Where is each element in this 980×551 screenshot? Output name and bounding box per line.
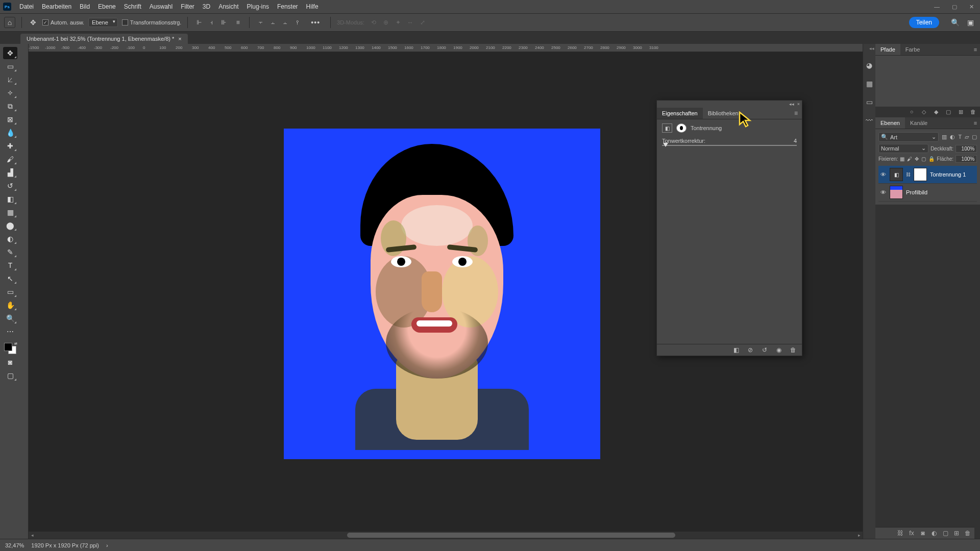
layers-panel-menu-icon[interactable]: ≡ bbox=[971, 120, 980, 126]
menu-plugins[interactable]: Plug-ins bbox=[243, 1, 273, 12]
brush-tool[interactable]: 🖌 bbox=[3, 153, 17, 165]
search-icon[interactable]: 🔍 bbox=[949, 17, 961, 28]
delete-path-icon[interactable]: 🗑 bbox=[969, 109, 977, 115]
lock-artboard-icon[interactable]: ▢ bbox=[921, 156, 926, 162]
close-tab-icon[interactable]: × bbox=[178, 36, 181, 42]
menu-datei[interactable]: Datei bbox=[15, 1, 38, 12]
document-tab[interactable]: Unbenannt-1 bei 32,5% (Tontrennung 1, Eb… bbox=[20, 34, 188, 44]
reset-icon[interactable]: ↺ bbox=[760, 346, 769, 354]
fill-path-icon[interactable]: ○ bbox=[908, 109, 916, 115]
mask-path-icon[interactable]: ▢ bbox=[944, 109, 952, 115]
blur-tool[interactable]: ⬤ bbox=[3, 219, 17, 232]
menu-3d[interactable]: 3D bbox=[199, 1, 214, 12]
frame-tool[interactable]: ⊠ bbox=[3, 113, 17, 126]
lock-all-icon[interactable]: 🔒 bbox=[928, 156, 935, 162]
screenmode-tool[interactable]: ▢ bbox=[3, 369, 17, 382]
crop-tool[interactable]: ⧉ bbox=[3, 100, 17, 112]
share-button[interactable]: Teilen bbox=[909, 17, 939, 28]
shape-tool[interactable]: ▭ bbox=[3, 286, 17, 298]
tab-kanaele[interactable]: Kanäle bbox=[905, 117, 933, 129]
distribute-v-icon[interactable]: ⫯ bbox=[292, 17, 303, 28]
visibility-toggle-icon[interactable]: 👁 bbox=[879, 189, 887, 195]
hand-tool[interactable]: ✋ bbox=[3, 299, 17, 311]
layer-dropdown[interactable]: Ebene bbox=[88, 18, 118, 27]
filter-shape-icon[interactable]: ▱ bbox=[965, 134, 969, 140]
menu-auswahl[interactable]: Auswahl bbox=[145, 1, 177, 12]
panel-header[interactable]: ◂◂ × bbox=[657, 101, 802, 108]
close-button[interactable]: ✕ bbox=[966, 2, 977, 12]
menu-ansicht[interactable]: Ansicht bbox=[214, 1, 242, 12]
fill-value[interactable]: 100% bbox=[955, 155, 977, 163]
layer-style-icon[interactable]: fx bbox=[908, 530, 915, 537]
status-arrow-icon[interactable]: › bbox=[106, 542, 108, 548]
filter-adjust-icon[interactable]: ◐ bbox=[950, 134, 955, 140]
lock-position-icon[interactable]: ✥ bbox=[915, 156, 919, 162]
add-mask-icon[interactable]: ◙ bbox=[919, 530, 926, 537]
tab-pfade[interactable]: Pfade bbox=[875, 44, 900, 55]
menu-bearbeiten[interactable]: Bearbeiten bbox=[38, 1, 76, 12]
filter-smart-icon[interactable]: ▢ bbox=[972, 134, 977, 140]
menu-ebene[interactable]: Ebene bbox=[94, 1, 120, 12]
eyedropper-tool[interactable]: 💧 bbox=[3, 127, 17, 139]
edit-toolbar-icon[interactable]: ⋯ bbox=[3, 325, 17, 338]
menu-schrift[interactable]: Schrift bbox=[120, 1, 145, 12]
home-button[interactable]: ⌂ bbox=[4, 17, 15, 28]
character-panel-icon[interactable]: ▭ bbox=[863, 96, 875, 108]
toggle-visibility-icon[interactable]: ◉ bbox=[774, 346, 783, 354]
eraser-tool[interactable]: ◧ bbox=[3, 193, 17, 205]
zoom-tool[interactable]: 🔍 bbox=[3, 312, 17, 324]
healing-tool[interactable]: ✚ bbox=[3, 140, 17, 152]
new-path-icon[interactable]: ⊞ bbox=[957, 109, 965, 115]
document-info[interactable]: 1920 Px x 1920 Px (72 ppi) bbox=[31, 542, 99, 548]
paragraph-panel-icon[interactable]: 〰 bbox=[863, 114, 875, 127]
layer-name[interactable]: Tontrennung 1 bbox=[930, 171, 966, 178]
lock-transparent-icon[interactable]: ▦ bbox=[900, 156, 904, 162]
filter-pixel-icon[interactable]: ▥ bbox=[942, 134, 947, 140]
auto-select-checkbox[interactable]: ✓ Autom. ausw. bbox=[42, 19, 84, 26]
path-select-tool[interactable]: ↖ bbox=[3, 272, 17, 285]
menu-bild[interactable]: Bild bbox=[76, 1, 94, 12]
horizontal-scrollbar[interactable]: ◂ ▸ bbox=[29, 532, 863, 539]
tab-farbe[interactable]: Farbe bbox=[900, 44, 925, 55]
move-tool[interactable]: ✥ bbox=[3, 47, 17, 59]
layer-item-tontrennung[interactable]: 👁 ◧ ⛓ Tontrennung 1 bbox=[878, 166, 977, 184]
history-brush-tool[interactable]: ↺ bbox=[3, 180, 17, 192]
stroke-path-icon[interactable]: ◇ bbox=[920, 109, 928, 115]
workspace-icon[interactable]: ▣ bbox=[965, 17, 976, 28]
new-adjustment-icon[interactable]: ◐ bbox=[930, 530, 938, 537]
blend-mode-dropdown[interactable]: Normal bbox=[878, 144, 928, 153]
align-bottom-icon[interactable]: ⫠ bbox=[280, 17, 290, 28]
layer-name[interactable]: Profilbild bbox=[906, 189, 927, 195]
slider-knob-icon[interactable] bbox=[663, 143, 668, 147]
menu-filter[interactable]: Filter bbox=[177, 1, 199, 12]
scrollbar-track[interactable] bbox=[36, 533, 855, 538]
layer-mask-icon[interactable] bbox=[676, 123, 687, 133]
lock-pixels-icon[interactable]: 🖌 bbox=[907, 156, 912, 162]
menu-hilfe[interactable]: Hilfe bbox=[302, 1, 323, 12]
align-right-icon[interactable]: ⊪ bbox=[218, 17, 229, 28]
quickmask-tool[interactable]: ◙ bbox=[3, 356, 17, 368]
align-vcenter-icon[interactable]: ⫠ bbox=[268, 17, 278, 28]
align-left-icon[interactable]: ⊩ bbox=[194, 17, 204, 28]
zoom-level[interactable]: 32,47% bbox=[5, 542, 24, 548]
collapse-strip-icon[interactable]: ◂◂ bbox=[869, 46, 874, 51]
document-canvas[interactable] bbox=[284, 129, 600, 459]
align-top-icon[interactable]: ⫟ bbox=[256, 17, 266, 28]
link-layers-icon[interactable]: ⛓ bbox=[897, 530, 904, 537]
properties-panel[interactable]: ◂◂ × Eigenschaften Bibliotheken ≡ ◧ Tont… bbox=[656, 100, 802, 356]
slider-value[interactable]: 4 bbox=[794, 138, 797, 144]
selection-path-icon[interactable]: ◆ bbox=[932, 109, 940, 115]
clip-to-layer-icon[interactable]: ◧ bbox=[731, 346, 741, 354]
foreground-color-swatch[interactable] bbox=[4, 343, 12, 351]
gradient-tool[interactable]: ▦ bbox=[3, 206, 17, 218]
dodge-tool[interactable]: ◐ bbox=[3, 233, 17, 245]
new-layer-icon[interactable]: ⊞ bbox=[953, 530, 960, 537]
delete-layer-icon[interactable]: 🗑 bbox=[964, 530, 971, 537]
layer-item-profilbild[interactable]: 👁 Profilbild bbox=[878, 184, 977, 202]
menu-fenster[interactable]: Fenster bbox=[273, 1, 302, 12]
maximize-button[interactable]: ▢ bbox=[949, 2, 960, 12]
wand-tool[interactable]: ✧ bbox=[3, 87, 17, 99]
tab-eigenschaften[interactable]: Eigenschaften bbox=[657, 108, 703, 119]
scroll-right-icon[interactable]: ▸ bbox=[855, 533, 863, 538]
history-panel-icon[interactable]: ◕ bbox=[863, 59, 875, 71]
